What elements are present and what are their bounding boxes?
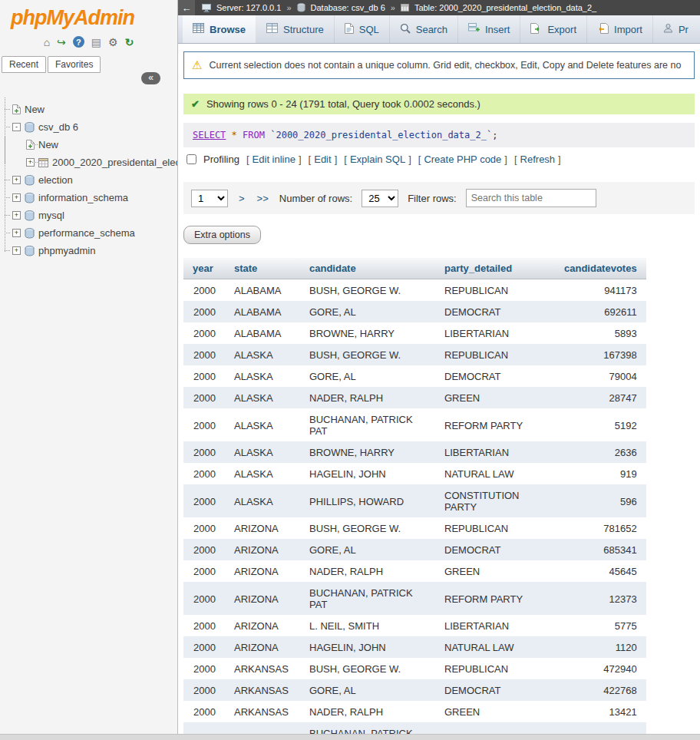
horizontal-scrollbar[interactable]	[0, 734, 700, 740]
expand-box-icon[interactable]: +	[12, 246, 21, 255]
cell-state: ALASKA	[225, 484, 300, 517]
page-select[interactable]: 1	[191, 190, 228, 207]
cell-party-detailed: REPUBLICAN	[435, 344, 555, 365]
profiling-label: Profiling	[203, 154, 239, 165]
edit-inline-link[interactable]: Edit inline	[253, 154, 296, 165]
cell-year: 2000	[183, 517, 225, 539]
tree-item-table-2000-2020[interactable]: + 2000_2020_presidental_elect	[14, 154, 177, 171]
tab-browse[interactable]: Browse	[183, 15, 256, 43]
tree-item-db-phpmyadmin[interactable]: + phpmyadmin	[0, 242, 177, 259]
tab-import[interactable]: Import	[587, 15, 653, 43]
profiling-checkbox[interactable]	[187, 154, 196, 164]
server-icon	[202, 4, 211, 12]
expand-box-icon[interactable]: +	[12, 211, 21, 220]
tab-privileges[interactable]: Pr	[653, 15, 698, 43]
database-icon	[25, 193, 35, 203]
last-page-link[interactable]: >>	[256, 193, 270, 204]
breadcrumb-table[interactable]: Table: 2000_2020_presidental_election_da…	[414, 3, 596, 12]
table-row: 2000 ARIZONA NADER, RALPH GREEN 45645	[183, 560, 646, 582]
help-icon[interactable]: ?	[73, 36, 84, 48]
expand-box-icon[interactable]: +	[26, 158, 35, 167]
cell-candidate: GORE, AL	[300, 301, 435, 322]
table-row: 2000 ARIZONA BUSH, GEORGE W. REPUBLICAN …	[183, 517, 646, 539]
refresh-nav-icon[interactable]: ↻	[125, 36, 134, 48]
tab-insert[interactable]: Insert	[458, 15, 521, 43]
cell-candidatevotes: 167398	[555, 344, 646, 365]
tree-item-db-performance_schema[interactable]: + performance_schema	[0, 224, 177, 242]
recent-tab[interactable]: Recent	[2, 56, 46, 73]
sql-keyword-select[interactable]: SELECT	[193, 130, 226, 140]
table-row: 2000 ALASKA BROWNE, HARRY LIBERTARIAN 26…	[183, 441, 646, 463]
bracket: ]	[558, 154, 561, 165]
tab-export[interactable]: Export	[520, 15, 587, 43]
docs-icon[interactable]: ▤	[91, 36, 101, 48]
phpmyadmin-logo[interactable]: phpMyAdmin	[0, 0, 177, 31]
database-icon	[25, 210, 35, 221]
table-row: 2000 ARIZONA L. NEIL, SMITH LIBERTARIAN …	[183, 615, 646, 636]
breadcrumb-bar: ← Server: 127.0.0.1 » Database: csv_db 6…	[178, 0, 700, 15]
tree-item-db-election[interactable]: + election	[0, 171, 177, 189]
logout-icon[interactable]: ↪	[57, 36, 66, 48]
table-body: 2000 ALABAMA BUSH, GEORGE W. REPUBLICAN …	[183, 279, 646, 740]
create-php-code-link[interactable]: Create PHP code	[424, 154, 501, 165]
tab-sql[interactable]: SQL	[335, 15, 390, 43]
column-header-year[interactable]: year	[183, 258, 225, 279]
cell-party-detailed: REFORM PARTY	[435, 582, 555, 615]
tab-label: Export	[547, 24, 576, 35]
success-text: Showing rows 0 - 24 (1791 total, Query t…	[206, 98, 480, 110]
rows-per-page-select[interactable]: 25	[362, 190, 398, 207]
tree-item-db-mysql[interactable]: + mysql	[0, 206, 177, 224]
column-header-party-detailed[interactable]: party_detailed	[435, 258, 555, 279]
cell-candidatevotes: 79004	[555, 365, 646, 387]
column-header-state[interactable]: state	[225, 258, 300, 279]
table-filter-input[interactable]	[466, 189, 596, 207]
cell-candidate: L. NEIL, SMITH	[300, 615, 435, 636]
table-row: 2000 ARIZONA GORE, AL DEMOCRAT 685341	[183, 539, 646, 560]
column-header-candidate[interactable]: candidate	[300, 258, 435, 279]
cell-candidatevotes: 422768	[555, 679, 646, 701]
refresh-link[interactable]: Refresh	[520, 154, 556, 165]
favorites-tab[interactable]: Favorites	[48, 56, 101, 73]
breadcrumb-database[interactable]: Database: csv_db 6	[311, 3, 385, 12]
cell-year: 2000	[183, 322, 225, 344]
table-row: 2000 ARIZONA BUCHANAN, PATRICK PAT REFOR…	[183, 582, 646, 615]
tree-item-db-csv_db[interactable]: - csv_db 6	[0, 118, 177, 136]
collapse-box-icon[interactable]: -	[12, 123, 21, 131]
tree-label: csv_db 6	[38, 121, 78, 133]
home-icon[interactable]: ⌂	[44, 36, 50, 48]
extra-options-button[interactable]: Extra options	[183, 226, 261, 244]
table-row: 2000 ALASKA NADER, RALPH GREEN 28747	[183, 387, 646, 408]
tree-item-new-table[interactable]: New	[14, 136, 177, 154]
bracket: [	[514, 154, 517, 165]
cell-state: ALABAMA	[225, 279, 300, 302]
explain-sql-link[interactable]: Explain SQL	[350, 154, 405, 165]
cell-year: 2000	[183, 615, 225, 636]
breadcrumb-server[interactable]: Server: 127.0.0.1	[216, 3, 281, 12]
expand-box-icon[interactable]: +	[12, 176, 21, 184]
tree-item-db-information_schema[interactable]: + information_schema	[0, 189, 177, 206]
cell-candidate: PHILLIPS, HOWARD	[300, 484, 435, 517]
cell-candidate: NADER, RALPH	[300, 701, 435, 722]
cell-party-detailed: GREEN	[435, 560, 555, 582]
tree-item-new-database[interactable]: New	[0, 101, 177, 118]
expand-box-icon[interactable]: +	[12, 229, 21, 237]
sidebar-collapse-button[interactable]: «	[141, 72, 160, 84]
table-row: 2000 ALASKA GORE, AL DEMOCRAT 79004	[183, 365, 646, 387]
cell-candidatevotes: 919	[555, 463, 646, 484]
next-page-link[interactable]: >	[237, 193, 246, 204]
column-header-candidatevotes[interactable]: candidatevotes	[555, 258, 646, 279]
edit-link[interactable]: Edit	[314, 154, 331, 165]
cell-year: 2000	[183, 408, 225, 441]
tab-structure[interactable]: Structure	[256, 15, 335, 43]
cell-party-detailed: NATURAL LAW	[435, 636, 555, 658]
cell-candidate: BUSH, GEORGE W.	[300, 279, 435, 302]
tab-search[interactable]: Search	[390, 15, 458, 43]
sql-table-name: `2000_2020_presidental_election_data_2_`	[270, 130, 492, 140]
settings-icon[interactable]: ⚙	[108, 36, 118, 48]
back-button[interactable]: ←	[178, 0, 195, 15]
expand-box-icon[interactable]: +	[12, 193, 21, 202]
cell-candidate: GORE, AL	[300, 365, 435, 387]
cell-candidate: GORE, AL	[300, 539, 435, 560]
cell-party-detailed: DEMOCRAT	[435, 301, 555, 322]
sidebar: phpMyAdmin ⌂ ↪ ? ▤ ⚙ ↻ Recent Favorites …	[0, 0, 178, 740]
